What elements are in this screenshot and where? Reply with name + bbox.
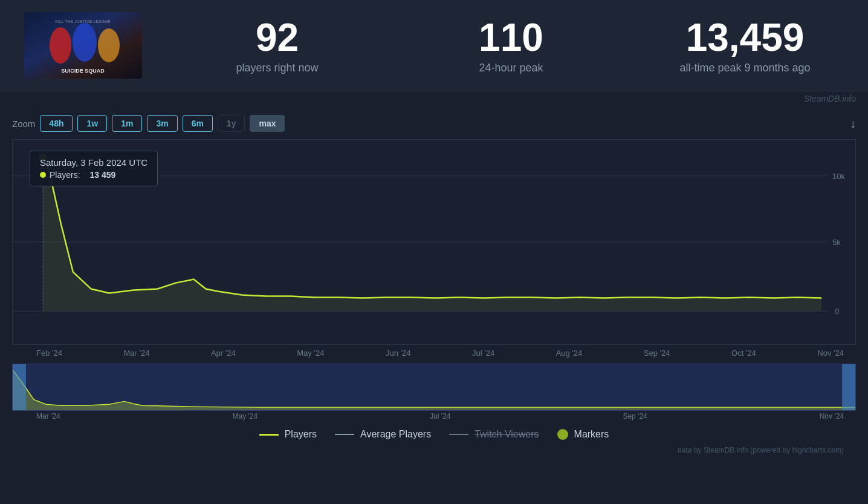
svg-rect-19	[13, 364, 26, 410]
svg-point-16	[39, 154, 47, 162]
x-label-feb: Feb '24	[36, 349, 62, 358]
legend-markers-dot	[557, 429, 568, 440]
x-label-apr: Apr '24	[211, 349, 236, 358]
svg-text:10k: 10k	[832, 172, 845, 181]
mini-x-label-nov: Nov '24	[820, 412, 844, 421]
chart-area: Zoom 48h 1w 1m 3m 6m 1y max ↓ 10k 5k 0 R…	[0, 106, 868, 457]
legend-players: Players	[259, 429, 317, 440]
mini-x-label-jul: Jul '24	[430, 412, 450, 421]
zoom-3m[interactable]: 3m	[147, 115, 177, 132]
x-label-jun: Jun '24	[386, 349, 411, 358]
svg-text:KILL THE JUSTICE LEAGUE: KILL THE JUSTICE LEAGUE	[55, 19, 111, 24]
svg-text:SUICIDE SQUAD: SUICIDE SQUAD	[61, 68, 105, 74]
zoom-1w[interactable]: 1w	[77, 115, 107, 132]
svg-point-2	[50, 27, 71, 64]
legend-avg-players: Average Players	[335, 429, 431, 440]
legend-twitch-line	[449, 434, 468, 435]
x-label-may: May '24	[297, 349, 324, 358]
x-label-mar: Mar '24	[123, 349, 149, 358]
main-chart[interactable]: 10k 5k 0 Rel. Saturday, 3 Feb 2024 UTC P…	[12, 139, 856, 345]
svg-rect-20	[842, 364, 855, 410]
legend-markers: Markers	[557, 429, 609, 440]
zoom-1y[interactable]: 1y	[218, 115, 245, 132]
mini-chart[interactable]	[12, 364, 856, 411]
zoom-label: Zoom	[12, 119, 35, 129]
data-attribution: data by SteamDB.info (powered by highcha…	[12, 443, 856, 457]
peak-24h-block: 110 24-hour peak	[412, 16, 610, 74]
legend-avg-line	[335, 434, 354, 435]
svg-text:5k: 5k	[832, 238, 841, 247]
mini-x-label-mar: Mar '24	[36, 412, 60, 421]
mini-x-label-may: May '24	[233, 412, 258, 421]
zoom-max[interactable]: max	[250, 115, 285, 132]
download-button[interactable]: ↓	[850, 117, 856, 131]
x-label-jul: Jul '24	[472, 349, 494, 358]
zoom-bar: Zoom 48h 1w 1m 3m 6m 1y max ↓	[12, 115, 856, 132]
x-label-sep: Sep '24	[644, 349, 670, 358]
legend-players-line	[259, 434, 279, 436]
main-chart-svg: 10k 5k 0 Rel.	[13, 140, 855, 344]
steamdb-attribution: SteamDB.info	[0, 91, 868, 106]
legend-twitch: Twitch Viewers	[449, 429, 539, 440]
legend-avg-label: Average Players	[360, 429, 431, 440]
peak-24h-value: 110	[412, 16, 610, 59]
legend-markers-label: Markers	[574, 429, 609, 440]
svg-rect-17	[13, 364, 855, 410]
header: SUICIDE SQUAD KILL THE JUSTICE LEAGUE 92…	[0, 0, 868, 91]
game-image: SUICIDE SQUAD KILL THE JUSTICE LEAGUE	[24, 12, 142, 79]
mini-x-label-sep: Sep '24	[623, 412, 647, 421]
peak-24h-label: 24-hour peak	[412, 62, 610, 74]
zoom-controls: Zoom 48h 1w 1m 3m 6m 1y max	[12, 115, 285, 132]
svg-point-3	[73, 23, 97, 62]
zoom-48h[interactable]: 48h	[40, 115, 73, 132]
svg-point-4	[98, 28, 120, 62]
current-players-label: players right now	[178, 62, 376, 74]
x-label-nov: Nov '24	[817, 349, 844, 358]
legend-twitch-label: Twitch Viewers	[474, 429, 539, 440]
main-chart-x-axis: Feb '24 Mar '24 Apr '24 May '24 Jun '24 …	[12, 345, 856, 364]
legend: Players Average Players Twitch Viewers M…	[12, 421, 856, 443]
svg-text:0: 0	[835, 307, 839, 316]
x-label-aug: Aug '24	[556, 349, 583, 358]
current-players-value: 92	[178, 16, 376, 59]
zoom-1m[interactable]: 1m	[112, 115, 142, 132]
alltime-peak-label: all-time peak 9 months ago	[646, 62, 844, 74]
mini-chart-svg	[13, 364, 855, 410]
current-players-block: 92 players right now	[178, 16, 376, 74]
mini-chart-x-axis: Mar '24 May '24 Jul '24 Sep '24 Nov '24	[12, 411, 856, 421]
legend-players-label: Players	[285, 429, 317, 440]
x-label-oct: Oct '24	[731, 349, 756, 358]
zoom-6m[interactable]: 6m	[183, 115, 213, 132]
alltime-peak-value: 13,459	[646, 16, 844, 59]
alltime-peak-block: 13,459 all-time peak 9 months ago	[646, 16, 844, 74]
